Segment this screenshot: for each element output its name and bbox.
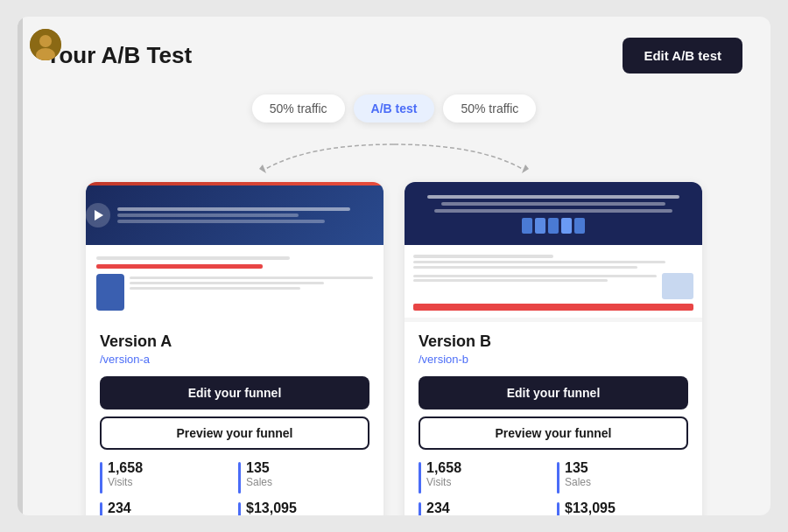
stat-revenue-b: $13,095 Revenue [557, 500, 688, 515]
stat-value: 135 [565, 460, 591, 476]
version-a-edit-button[interactable]: Edit your funnel [100, 376, 369, 410]
stat-value: $13,095 [565, 500, 616, 515]
svg-marker-3 [259, 164, 266, 173]
stat-visits-b: 1,658 Visits [419, 460, 550, 494]
stat-bar [100, 462, 102, 494]
version-b-preview-button[interactable]: Preview your funnel [419, 416, 688, 450]
version-b-body: Version B /version-b Edit your funnel Pr… [405, 322, 702, 450]
main-container: Your A/B Test Edit A/B test 50% traffic … [18, 17, 770, 515]
stat-bar [238, 462, 241, 494]
version-b-name: Version B [419, 332, 688, 351]
stat-sales-a: 135 Sales [238, 460, 369, 494]
right-traffic-badge: 50% traffic [443, 94, 536, 122]
avatar [30, 29, 61, 60]
arrows-diagram [46, 140, 742, 175]
left-traffic-badge: 50% traffic [252, 94, 345, 122]
stat-value: 234 [426, 500, 461, 515]
stat-label: Sales [565, 476, 591, 488]
ab-test-center-badge: A/B test [354, 94, 435, 122]
stat-value: $13,095 [246, 500, 297, 515]
stat-revenue-a: $13,095 Revenue [238, 500, 369, 515]
svg-marker-4 [522, 164, 529, 173]
stat-visits-a: 1,658 Visits [100, 460, 231, 494]
stat-value: 1,658 [426, 460, 461, 476]
stat-label: Visits [426, 476, 461, 488]
version-a-card: Version A /version-a Edit your funnel Pr… [86, 182, 383, 515]
header: Your A/B Test Edit A/B test [46, 38, 742, 74]
edit-ab-test-button[interactable]: Edit A/B test [623, 38, 742, 74]
version-b-stats: 1,658 Visits 135 Sales 234 Opt-ins [405, 460, 702, 515]
version-a-stats: 1,658 Visits 135 Sales 234 Opt-ins [86, 460, 383, 515]
stat-bar [557, 502, 559, 515]
stat-label: Visits [108, 476, 143, 488]
stat-bar [419, 462, 421, 494]
stat-bar [238, 502, 241, 515]
stat-optins-a: 234 Opt-ins [100, 500, 231, 515]
stat-value: 1,658 [108, 460, 143, 476]
traffic-diagram: 50% traffic A/B test 50% traffic [46, 94, 742, 122]
version-b-edit-button[interactable]: Edit your funnel [419, 376, 688, 410]
cards-row: Version A /version-a Edit your funnel Pr… [46, 182, 742, 515]
version-a-body: Version A /version-a Edit your funnel Pr… [86, 322, 383, 450]
stat-label: Sales [246, 476, 272, 488]
version-b-slug: /version-b [419, 353, 688, 366]
version-a-name: Version A [100, 332, 369, 351]
stat-bar [419, 502, 421, 515]
stat-sales-b: 135 Sales [557, 460, 688, 494]
stat-bar [100, 502, 102, 515]
page-title: Your A/B Test [46, 42, 192, 69]
version-a-preview-button[interactable]: Preview your funnel [100, 416, 369, 450]
stat-bar [557, 462, 559, 494]
stat-value: 135 [246, 460, 272, 476]
stat-value: 234 [108, 500, 142, 515]
version-a-slug: /version-a [100, 353, 369, 366]
version-b-card: Version B /version-b Edit your funnel Pr… [405, 182, 702, 515]
svg-point-1 [39, 35, 52, 47]
stat-optins-b: 234 Opt-ins [419, 500, 550, 515]
